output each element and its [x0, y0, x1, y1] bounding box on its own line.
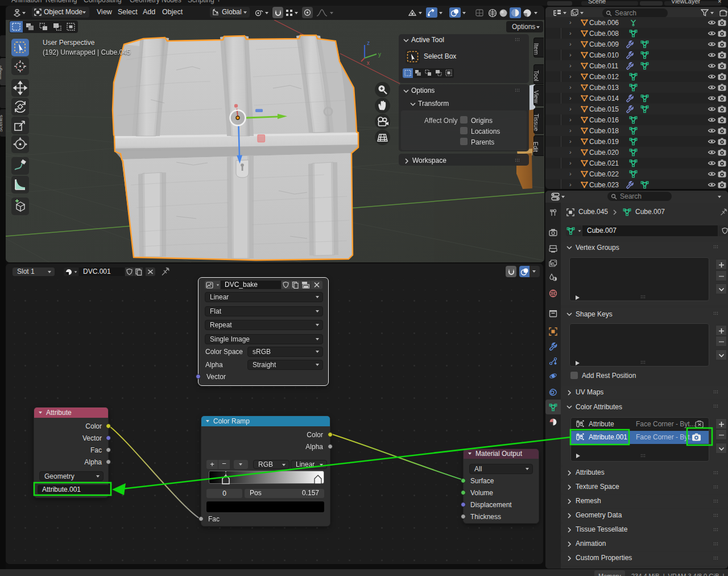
svg-text:x: x: [367, 60, 370, 66]
svg-text:y: y: [378, 51, 381, 57]
svg-text:z: z: [367, 40, 370, 46]
